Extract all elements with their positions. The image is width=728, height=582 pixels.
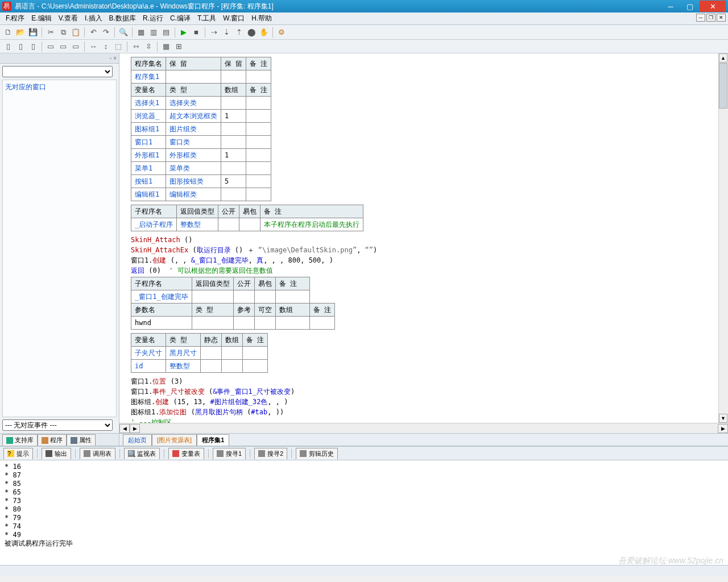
mdi-close-button[interactable]: ✕ [717, 14, 726, 22]
list-icon [71, 437, 77, 444]
grid-icon[interactable]: ▦ [160, 41, 172, 52]
menu-view[interactable]: V.查看 [55, 13, 81, 24]
layout1-icon[interactable]: ▦ [135, 27, 147, 38]
var-icon [172, 450, 179, 457]
panel-pin-icon[interactable]: ▫ × [110, 55, 117, 61]
run-icon[interactable]: ▶ [178, 27, 189, 38]
stop-icon[interactable]: ■ [191, 27, 202, 38]
snap-icon[interactable]: ⊞ [173, 41, 184, 52]
dist-v-icon[interactable]: ⇳ [143, 41, 154, 52]
app-icon [2, 2, 11, 11]
stack-icon [84, 450, 90, 457]
align-bottom-icon[interactable]: ▭ [70, 41, 81, 52]
bottom-tab-watch[interactable]: 🔍监视表 [124, 448, 160, 459]
bottom-tab-tips[interactable]: ?提示 [3, 448, 33, 459]
left-tab-support[interactable]: 支持库 [2, 434, 38, 446]
maximize-button[interactable]: ▢ [680, 1, 700, 12]
clip-icon [300, 450, 307, 457]
layout3-icon[interactable]: ▤ [160, 27, 172, 38]
menu-program[interactable]: F.程序 [2, 13, 28, 24]
scroll-thumb[interactable] [719, 63, 727, 109]
watch-icon: 🔍 [128, 450, 135, 457]
toolbar-align: ▯ ▯ ▯ ▭ ▭ ▭ ↔ ↕ ⬚ ⇿ ⇳ ▦ ⊞ [0, 40, 728, 53]
new-icon[interactable]: 🗋 [2, 27, 14, 38]
close-button[interactable]: ✕ [700, 1, 726, 12]
align-right-icon[interactable]: ▯ [27, 41, 39, 52]
object-tree[interactable]: 无对应的窗口 [2, 80, 117, 417]
cut-icon[interactable]: ✂ [45, 27, 56, 38]
menu-tools[interactable]: T.工具 [194, 13, 220, 24]
toolbar-main: 🗋 📂 💾 ✂ ⧉ 📋 ↶ ↷ 🔍 ▦ ▥ ▤ ▶ ■ ⇢ ⇣ ⇡ ⬤ ✋ ⚙ [0, 25, 728, 40]
title-bar: 易语言 - C:\Users\Administrator\Desktop\a\a… [0, 0, 728, 13]
panel-header: ▫ × [0, 53, 119, 64]
event-select[interactable]: --- 无对应事件 --- [2, 419, 113, 431]
editor-tabs: 起始页 [图片资源表] 程序集1 [119, 433, 728, 446]
left-tab-props[interactable]: 属性 [67, 434, 96, 446]
align-center-icon[interactable]: ▯ [15, 41, 26, 52]
undo-icon[interactable]: ↶ [88, 27, 99, 38]
horizontal-scrollbar[interactable]: ◀ ▶ ▶ [119, 423, 728, 433]
window-title: 易语言 - C:\Users\Administrator\Desktop\a\a… [15, 2, 661, 11]
menu-compile[interactable]: C.编译 [167, 13, 194, 24]
copy-icon[interactable]: ⧉ [57, 27, 69, 38]
align-middle-icon[interactable]: ▭ [57, 41, 69, 52]
bottom-tab-callstack[interactable]: 调用表 [80, 448, 115, 459]
build-icon[interactable]: ⚙ [276, 27, 287, 38]
scroll-right-icon[interactable]: ▶ [130, 424, 140, 433]
step-out-icon[interactable]: ⇡ [233, 27, 245, 38]
bottom-tab-search1[interactable]: 搜寻1 [213, 448, 246, 459]
object-select[interactable] [2, 66, 113, 77]
scroll-up-icon[interactable]: ▲ [719, 53, 727, 63]
menu-help[interactable]: H.帮助 [248, 13, 275, 24]
left-tab-program[interactable]: 程序 [38, 434, 67, 446]
status-bar [0, 565, 728, 576]
same-size-icon[interactable]: ⬚ [113, 41, 124, 52]
tab-start-page[interactable]: 起始页 [123, 434, 152, 446]
scroll-down-icon[interactable]: ▼ [719, 414, 727, 423]
mdi-minimize-button[interactable]: ─ [696, 14, 705, 22]
hand-icon[interactable]: ✋ [258, 27, 270, 38]
step-over-icon[interactable]: ⇢ [208, 27, 220, 38]
output-icon [46, 450, 52, 457]
output-area[interactable]: * 16* 87* 85* 65* 73* 80* 79* 74* 49被调试易… [0, 460, 728, 565]
align-top-icon[interactable]: ▭ [45, 41, 56, 52]
tree-icon [42, 437, 48, 444]
redo-icon[interactable]: ↷ [100, 27, 111, 38]
left-panel: ▫ × 无对应的窗口 --- 无对应事件 --- 支持库 程序 属性 [0, 53, 119, 446]
step-into-icon[interactable]: ⇣ [221, 27, 232, 38]
tab-program-set1[interactable]: 程序集1 [197, 434, 229, 446]
book-icon [6, 437, 13, 444]
bottom-tab-cliphistory[interactable]: 剪辑历史 [296, 448, 338, 459]
bottom-tab-vars[interactable]: 变量表 [168, 448, 204, 459]
vertical-scrollbar[interactable]: ▲ ▼ [718, 53, 728, 423]
same-height-icon[interactable]: ↕ [100, 41, 111, 52]
open-icon[interactable]: 📂 [15, 27, 26, 38]
paste-icon[interactable]: 📋 [70, 27, 81, 38]
scroll-right2-icon[interactable]: ▶ [718, 424, 728, 433]
mdi-restore-button[interactable]: ❐ [706, 14, 715, 22]
menu-run[interactable]: R.运行 [139, 13, 167, 24]
dist-h-icon[interactable]: ⇿ [130, 41, 142, 52]
menu-window[interactable]: W.窗口 [220, 13, 248, 24]
tab-image-resource[interactable]: [图片资源表] [152, 434, 197, 446]
search1-icon [217, 450, 224, 457]
same-width-icon[interactable]: ↔ [88, 41, 99, 52]
minimize-button[interactable]: ─ [661, 1, 680, 12]
menu-edit[interactable]: E.编辑 [28, 13, 55, 24]
layout2-icon[interactable]: ▥ [148, 27, 159, 38]
breakpoint-icon[interactable]: ⬤ [246, 27, 257, 38]
tip-icon: ? [7, 450, 14, 457]
find-icon[interactable]: 🔍 [118, 27, 129, 38]
align-left-icon[interactable]: ▯ [2, 41, 14, 52]
menu-database[interactable]: B.数据库 [106, 13, 139, 24]
save-icon[interactable]: 💾 [27, 27, 39, 38]
menu-bar: F.程序 E.编辑 V.查看 I.插入 B.数据库 R.运行 C.编译 T.工具… [0, 13, 728, 25]
bottom-tab-output[interactable]: 输出 [42, 448, 71, 459]
bottom-tab-search2[interactable]: 搜寻2 [254, 448, 287, 459]
search2-icon [258, 450, 265, 457]
menu-insert[interactable]: I.插入 [81, 13, 106, 24]
scroll-left-icon[interactable]: ◀ [119, 424, 130, 433]
code-editor[interactable]: 程序集名保 留保 留备 注程序集1变量名类 型数组备 注选择夹1选择夹类浏览器_… [119, 53, 728, 423]
bottom-panel: ?提示 输出 调用表 🔍监视表 变量表 搜寻1 搜寻2 剪辑历史 * 16* 8… [0, 446, 728, 565]
